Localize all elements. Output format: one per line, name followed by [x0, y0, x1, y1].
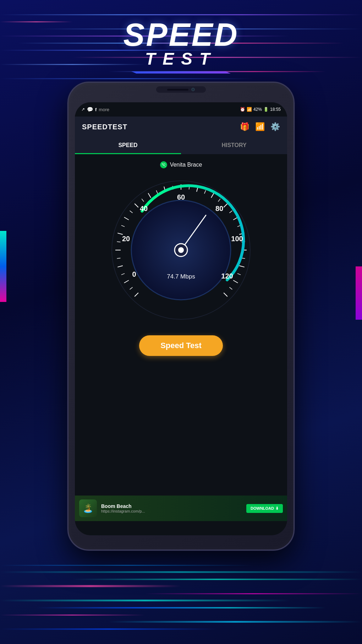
svg-line-8 — [117, 242, 121, 242]
speed-label-40: 40 — [140, 205, 148, 212]
title-underline — [131, 71, 231, 74]
svg-line-2 — [130, 287, 133, 289]
needle-dot — [178, 247, 184, 253]
gift-icon[interactable]: 🎁 — [240, 122, 249, 131]
svg-line-4 — [121, 274, 125, 275]
app-name: SPEEDTEST — [82, 123, 127, 131]
more-dots: more — [99, 107, 109, 112]
bg-streak-bottom — [0, 628, 217, 630]
bg-streak-bottom — [72, 579, 362, 580]
speaker — [167, 89, 188, 91]
svg-line-37 — [224, 293, 227, 297]
bg-streak-bottom — [0, 585, 181, 587]
status-bar-left: ↗ 💬 f more — [81, 107, 109, 112]
bg-streak-bottom — [109, 621, 362, 623]
wifi-signal-icon: 📶 — [247, 107, 252, 112]
header-action-icons: 🎁 📶 ⚙️ — [240, 122, 280, 131]
svg-line-16 — [156, 190, 158, 194]
status-bar: ↗ 💬 f more ⏰ 📶 42% 🔋 18:55 — [75, 102, 287, 117]
svg-line-1 — [135, 293, 138, 297]
app-title-block: SPEED TEST — [123, 19, 238, 74]
speedometer-svg: 0 20 40 60 80 100 120 — [106, 175, 256, 325]
status-bar-right: ⏰ 📶 42% 🔋 18:55 — [240, 107, 281, 112]
ad-icon: 🏝️ — [79, 499, 97, 517]
svg-line-3 — [124, 280, 129, 283]
speed-label-120: 120 — [221, 272, 233, 280]
ad-game-subtitle: https://instagram.com/p... — [101, 509, 242, 513]
bg-streak-bottom — [0, 571, 362, 573]
ad-text: Boom Beach https://instagram.com/p... — [101, 503, 242, 513]
ad-game-title: Boom Beach — [101, 503, 242, 509]
phone-notch — [156, 86, 206, 93]
svg-line-33 — [239, 266, 244, 267]
network-name-label: Venita Brace — [170, 162, 202, 168]
svg-line-13 — [135, 204, 138, 207]
svg-line-25 — [224, 204, 227, 207]
speed-label-60: 60 — [177, 193, 185, 201]
svg-line-34 — [237, 274, 241, 275]
bg-streak-bottom — [145, 593, 362, 594]
svg-line-5 — [117, 266, 122, 267]
speed-label-20: 20 — [122, 235, 130, 243]
tab-history[interactable]: HISTORY — [181, 137, 287, 154]
phone-frame: ↗ 💬 f more ⏰ 📶 42% 🔋 18:55 — [67, 82, 295, 551]
speedometer: 0 20 40 60 80 100 120 — [106, 175, 256, 325]
tab-speed[interactable]: SPEED — [75, 137, 181, 154]
svg-line-6 — [117, 258, 121, 258]
wifi-icon[interactable]: 📶 — [255, 122, 265, 131]
svg-line-15 — [148, 193, 151, 198]
svg-line-14 — [142, 199, 144, 202]
network-info: Venita Brace — [160, 161, 202, 168]
svg-line-22 — [204, 190, 206, 194]
messenger-icon: 💬 — [87, 107, 93, 112]
ad-banner: 🏝️ Boom Beach https://instagram.com/p...… — [75, 496, 287, 521]
signal-arrow-icon: ↗ — [81, 107, 85, 112]
svg-line-36 — [229, 287, 232, 289]
svg-line-11 — [124, 217, 129, 220]
app-header: SPEEDTEST 🎁 📶 ⚙️ — [75, 117, 287, 137]
main-content: Venita Brace — [75, 154, 287, 521]
alarm-icon: ⏰ — [240, 107, 245, 112]
battery-icon: 🔋 — [263, 107, 269, 112]
svg-line-9 — [117, 233, 122, 234]
ad-download-button[interactable]: DOWNLOAD ⬇ — [246, 504, 283, 513]
speed-test-button[interactable]: Speed Test — [139, 335, 223, 356]
download-arrow-icon: ⬇ — [275, 506, 279, 511]
svg-line-12 — [130, 211, 133, 213]
bg-streak-bottom — [0, 615, 145, 616]
left-accent-bar — [0, 231, 6, 302]
svg-line-26 — [229, 211, 232, 213]
speed-value-text: 74.7 Mbps — [167, 273, 195, 280]
app-hero-section: SPEED TEST — [0, 0, 362, 92]
phone-container: ↗ 💬 f more ⏰ 📶 42% 🔋 18:55 — [67, 82, 295, 551]
settings-icon[interactable]: ⚙️ — [270, 122, 280, 131]
time-display: 18:55 — [270, 107, 281, 112]
svg-line-24 — [218, 199, 220, 202]
svg-line-35 — [233, 280, 238, 283]
svg-line-10 — [121, 225, 125, 227]
speed-label-100: 100 — [231, 235, 243, 243]
bg-streak-bottom — [36, 607, 326, 608]
battery-percent: 42% — [253, 107, 262, 112]
speed-label-80: 80 — [215, 205, 223, 212]
facebook-icon: f — [95, 107, 97, 112]
right-accent-bar — [356, 266, 362, 320]
wifi-connected-dot — [160, 161, 167, 168]
speed-label-0: 0 — [132, 270, 136, 278]
tab-bar: SPEED HISTORY — [75, 137, 287, 154]
bg-streak-bottom — [0, 600, 290, 601]
svg-line-23 — [211, 193, 214, 198]
front-camera — [191, 88, 195, 91]
bg-streak-bottom — [0, 565, 253, 566]
phone-screen: ↗ 💬 f more ⏰ 📶 42% 🔋 18:55 — [75, 102, 287, 535]
title-speed-word: SPEED — [123, 19, 238, 51]
